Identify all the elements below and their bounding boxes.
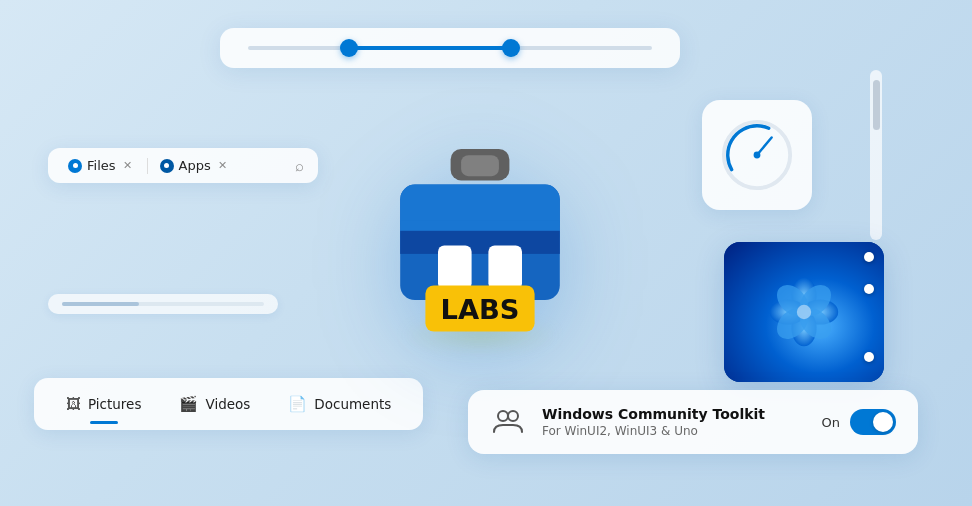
toolkit-title: Windows Community Toolkit — [542, 406, 806, 422]
wallpaper-inner — [724, 242, 884, 382]
tab-apps-close[interactable]: ✕ — [216, 159, 230, 173]
tab-files[interactable]: Files ✕ — [62, 156, 141, 175]
tab-apps-dot — [160, 159, 174, 173]
progress-track — [62, 302, 264, 306]
svg-point-23 — [508, 411, 518, 421]
svg-rect-5 — [400, 231, 560, 254]
tab-apps[interactable]: Apps ✕ — [154, 156, 236, 175]
toolkit-card: Windows Community Toolkit For WinUI2, Wi… — [468, 390, 918, 454]
nav-tabs-widget: 🖼 Pictures 🎬 Videos 📄 Documents — [34, 378, 423, 430]
svg-point-21 — [797, 305, 811, 319]
scrollbar-widget[interactable] — [870, 70, 882, 240]
scrollbar-thumb[interactable] — [873, 80, 880, 130]
toggle-knob — [873, 412, 893, 432]
toggle-switch[interactable] — [850, 409, 896, 435]
tab-divider — [147, 158, 148, 174]
slider-thumb-2[interactable] — [502, 39, 520, 57]
toolkit-subtitle: For WinUI2, WinUI3 & Uno — [542, 424, 806, 438]
nav-tab-videos[interactable]: 🎬 Videos — [161, 388, 268, 420]
hero-toolbox-icon: LABS — [360, 110, 600, 360]
tab-apps-label: Apps — [179, 158, 211, 173]
nav-tab-documents-label: Documents — [314, 396, 391, 412]
nav-tab-videos-label: Videos — [205, 396, 250, 412]
win11-logo-svg — [759, 267, 849, 357]
svg-line-11 — [757, 137, 772, 155]
toolkit-text: Windows Community Toolkit For WinUI2, Wi… — [542, 406, 806, 438]
wallpaper-widget — [724, 242, 884, 382]
svg-point-12 — [754, 152, 761, 159]
svg-rect-7 — [488, 246, 522, 290]
videos-icon: 🎬 — [179, 395, 198, 413]
slider-fill — [349, 46, 511, 50]
clock-svg — [718, 116, 796, 194]
slider-thumb-1[interactable] — [340, 39, 358, 57]
nav-tab-pictures-label: Pictures — [88, 396, 141, 412]
snap-dot-tr — [864, 284, 874, 294]
svg-rect-6 — [438, 246, 472, 290]
slider-widget — [220, 28, 680, 68]
tab-files-close[interactable]: ✕ — [121, 159, 135, 173]
pictures-icon: 🖼 — [66, 395, 81, 413]
clock-widget — [702, 100, 812, 210]
tab-files-label: Files — [87, 158, 116, 173]
snap-dot-tl — [864, 252, 874, 262]
search-icon[interactable]: ⌕ — [295, 157, 304, 175]
nav-tab-documents[interactable]: 📄 Documents — [270, 388, 409, 420]
tabs-widget: Files ✕ Apps ✕ ⌕ — [48, 148, 318, 183]
toolkit-toggle-area: On — [822, 409, 896, 435]
snap-dot-bl — [864, 352, 874, 362]
toggle-label: On — [822, 415, 840, 430]
slider-track[interactable] — [248, 46, 652, 50]
tab-files-dot — [68, 159, 82, 173]
progress-widget — [48, 294, 278, 314]
svg-point-22 — [498, 411, 508, 421]
toolbox-svg: LABS — [375, 130, 585, 340]
svg-rect-1 — [461, 155, 499, 176]
toolkit-icon — [490, 404, 526, 440]
nav-tab-pictures[interactable]: 🖼 Pictures — [48, 388, 159, 420]
svg-text:LABS: LABS — [441, 294, 520, 325]
documents-icon: 📄 — [288, 395, 307, 413]
progress-fill — [62, 302, 139, 306]
